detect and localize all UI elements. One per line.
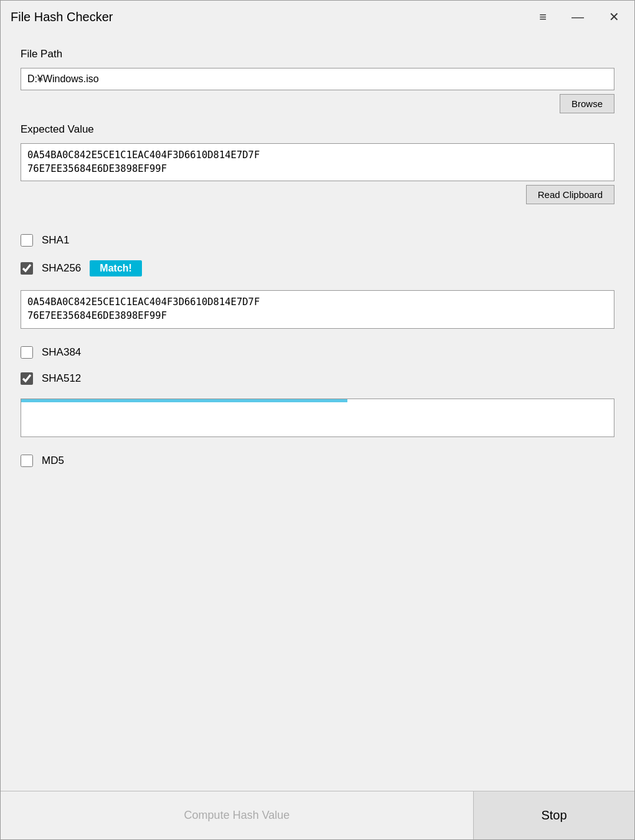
menu-button[interactable]: ≡ (534, 8, 552, 26)
expected-value-input[interactable]: 0A54BA0C842E5CE1C1EAC404F3D6610D814E7D7F… (21, 143, 614, 181)
sha512-row: SHA512 (21, 372, 614, 385)
sha256-row: SHA256 Match! (21, 260, 614, 276)
sha384-row: SHA384 (21, 346, 614, 359)
sha512-checkbox[interactable] (21, 372, 33, 385)
main-window: File Hash Checker ≡ — ✕ File Path Browse… (0, 0, 635, 840)
browse-button[interactable]: Browse (560, 94, 614, 113)
md5-checkbox[interactable] (21, 455, 33, 467)
sha256-checkbox[interactable] (21, 262, 33, 275)
sha512-progress-bar (21, 399, 347, 402)
md5-label: MD5 (42, 455, 64, 467)
expected-value-section: Expected Value 0A54BA0C842E5CE1C1EAC404F… (21, 123, 614, 204)
expected-value-label: Expected Value (21, 123, 614, 136)
bottom-bar: Compute Hash Value Stop (1, 791, 634, 839)
minimize-button[interactable]: — (567, 8, 589, 26)
compute-button[interactable]: Compute Hash Value (1, 791, 474, 839)
sha256-output: 0A54BA0C842E5CE1C1EAC404F3D6610D814E7D7F… (21, 290, 614, 329)
sha512-output-container (21, 399, 614, 437)
match-badge: Match! (90, 260, 142, 276)
file-path-label: File Path (21, 48, 614, 60)
divider-1 (21, 214, 614, 224)
title-bar: File Hash Checker ≡ — ✕ (1, 1, 634, 33)
file-path-input[interactable] (21, 68, 614, 90)
sha1-row: SHA1 (21, 234, 614, 247)
sha1-checkbox[interactable] (21, 234, 33, 247)
close-button[interactable]: ✕ (604, 8, 624, 26)
window-title: File Hash Checker (11, 10, 534, 24)
file-path-section: File Path Browse (21, 48, 614, 113)
sha1-label: SHA1 (42, 234, 69, 247)
sha384-label: SHA384 (42, 346, 81, 359)
read-clipboard-button[interactable]: Read Clipboard (526, 185, 614, 204)
content-area: File Path Browse Expected Value 0A54BA0C… (1, 33, 634, 791)
sha384-checkbox[interactable] (21, 346, 33, 359)
title-bar-controls: ≡ — ✕ (534, 8, 624, 26)
sha256-label: SHA256 (42, 262, 81, 275)
stop-button[interactable]: Stop (474, 791, 634, 839)
sha512-label: SHA512 (42, 372, 81, 385)
md5-row: MD5 (21, 455, 614, 467)
sha512-output-box (21, 399, 614, 437)
